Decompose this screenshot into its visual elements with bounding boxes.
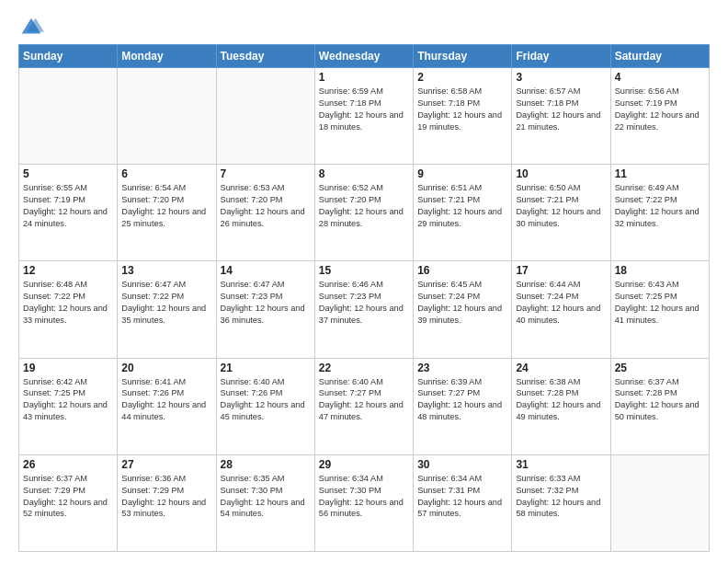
day-number: 28 bbox=[221, 458, 311, 471]
day-number: 1 bbox=[319, 71, 409, 84]
day-cell: 26Sunrise: 6:37 AMSunset: 7:29 PMDayligh… bbox=[19, 454, 118, 551]
header bbox=[18, 15, 710, 40]
day-info: Sunrise: 6:47 AMSunset: 7:23 PMDaylight:… bbox=[221, 279, 311, 327]
day-cell: 19Sunrise: 6:42 AMSunset: 7:25 PMDayligh… bbox=[19, 358, 118, 454]
day-number: 31 bbox=[516, 458, 606, 471]
day-info: Sunrise: 6:37 AMSunset: 7:28 PMDaylight:… bbox=[615, 376, 705, 424]
col-header-friday: Friday bbox=[512, 45, 610, 68]
day-info: Sunrise: 6:55 AMSunset: 7:19 PMDaylight:… bbox=[23, 182, 113, 230]
day-info: Sunrise: 6:51 AMSunset: 7:21 PMDaylight:… bbox=[417, 182, 507, 230]
col-header-monday: Monday bbox=[118, 45, 216, 68]
day-number: 5 bbox=[23, 167, 113, 180]
day-info: Sunrise: 6:54 AMSunset: 7:20 PMDaylight:… bbox=[121, 182, 211, 230]
day-cell: 7Sunrise: 6:53 AMSunset: 7:20 PMDaylight… bbox=[216, 165, 314, 261]
day-info: Sunrise: 6:37 AMSunset: 7:29 PMDaylight:… bbox=[23, 473, 113, 521]
day-info: Sunrise: 6:33 AMSunset: 7:32 PMDaylight:… bbox=[516, 473, 606, 521]
day-number: 7 bbox=[221, 167, 311, 180]
day-cell: 17Sunrise: 6:44 AMSunset: 7:24 PMDayligh… bbox=[512, 261, 610, 358]
day-cell bbox=[216, 68, 314, 165]
week-row-5: 26Sunrise: 6:37 AMSunset: 7:29 PMDayligh… bbox=[19, 454, 710, 551]
day-number: 24 bbox=[516, 362, 606, 374]
day-number: 13 bbox=[121, 264, 211, 277]
day-cell: 25Sunrise: 6:37 AMSunset: 7:28 PMDayligh… bbox=[610, 358, 709, 454]
calendar-table: SundayMondayTuesdayWednesdayThursdayFrid… bbox=[18, 44, 710, 552]
day-cell: 9Sunrise: 6:51 AMSunset: 7:21 PMDaylight… bbox=[414, 165, 512, 261]
day-cell: 24Sunrise: 6:38 AMSunset: 7:28 PMDayligh… bbox=[512, 358, 610, 454]
week-row-3: 12Sunrise: 6:48 AMSunset: 7:22 PMDayligh… bbox=[19, 261, 710, 358]
day-number: 11 bbox=[615, 167, 705, 180]
day-cell: 13Sunrise: 6:47 AMSunset: 7:22 PMDayligh… bbox=[118, 261, 216, 358]
day-cell: 15Sunrise: 6:46 AMSunset: 7:23 PMDayligh… bbox=[314, 261, 413, 358]
day-number: 23 bbox=[417, 362, 507, 374]
day-info: Sunrise: 6:34 AMSunset: 7:30 PMDaylight:… bbox=[319, 473, 409, 521]
day-info: Sunrise: 6:52 AMSunset: 7:20 PMDaylight:… bbox=[319, 182, 409, 230]
day-cell bbox=[610, 454, 709, 551]
day-info: Sunrise: 6:47 AMSunset: 7:22 PMDaylight:… bbox=[121, 279, 211, 327]
day-info: Sunrise: 6:42 AMSunset: 7:25 PMDaylight:… bbox=[23, 376, 113, 424]
day-info: Sunrise: 6:41 AMSunset: 7:26 PMDaylight:… bbox=[121, 376, 211, 424]
day-cell: 2Sunrise: 6:58 AMSunset: 7:18 PMDaylight… bbox=[414, 68, 512, 165]
day-cell: 8Sunrise: 6:52 AMSunset: 7:20 PMDaylight… bbox=[314, 165, 413, 261]
day-cell bbox=[19, 68, 118, 165]
day-cell: 30Sunrise: 6:34 AMSunset: 7:31 PMDayligh… bbox=[414, 454, 512, 551]
day-number: 4 bbox=[615, 71, 705, 84]
week-row-1: 1Sunrise: 6:59 AMSunset: 7:18 PMDaylight… bbox=[19, 68, 710, 165]
day-number: 3 bbox=[516, 71, 606, 84]
day-cell: 20Sunrise: 6:41 AMSunset: 7:26 PMDayligh… bbox=[118, 358, 216, 454]
day-info: Sunrise: 6:57 AMSunset: 7:18 PMDaylight:… bbox=[516, 86, 606, 133]
day-cell: 5Sunrise: 6:55 AMSunset: 7:19 PMDaylight… bbox=[19, 165, 118, 261]
day-number: 12 bbox=[23, 264, 113, 277]
day-cell: 11Sunrise: 6:49 AMSunset: 7:22 PMDayligh… bbox=[610, 165, 709, 261]
day-cell: 27Sunrise: 6:36 AMSunset: 7:29 PMDayligh… bbox=[118, 454, 216, 551]
day-info: Sunrise: 6:44 AMSunset: 7:24 PMDaylight:… bbox=[516, 279, 606, 327]
day-cell: 14Sunrise: 6:47 AMSunset: 7:23 PMDayligh… bbox=[216, 261, 314, 358]
day-cell: 3Sunrise: 6:57 AMSunset: 7:18 PMDaylight… bbox=[512, 68, 610, 165]
col-header-sunday: Sunday bbox=[19, 45, 118, 68]
day-info: Sunrise: 6:56 AMSunset: 7:19 PMDaylight:… bbox=[615, 86, 705, 133]
day-info: Sunrise: 6:53 AMSunset: 7:20 PMDaylight:… bbox=[221, 182, 311, 230]
week-row-2: 5Sunrise: 6:55 AMSunset: 7:19 PMDaylight… bbox=[19, 165, 710, 261]
day-cell bbox=[118, 68, 216, 165]
day-info: Sunrise: 6:59 AMSunset: 7:18 PMDaylight:… bbox=[319, 86, 409, 133]
day-info: Sunrise: 6:34 AMSunset: 7:31 PMDaylight:… bbox=[417, 473, 507, 521]
day-number: 25 bbox=[615, 362, 705, 374]
day-number: 2 bbox=[417, 71, 507, 84]
col-header-saturday: Saturday bbox=[610, 45, 709, 68]
day-number: 22 bbox=[319, 362, 409, 374]
day-number: 27 bbox=[121, 458, 211, 471]
page: SundayMondayTuesdayWednesdayThursdayFrid… bbox=[0, 0, 728, 563]
day-info: Sunrise: 6:46 AMSunset: 7:23 PMDaylight:… bbox=[319, 279, 409, 327]
day-cell: 16Sunrise: 6:45 AMSunset: 7:24 PMDayligh… bbox=[414, 261, 512, 358]
day-number: 26 bbox=[23, 458, 113, 471]
day-number: 16 bbox=[417, 264, 507, 277]
day-number: 6 bbox=[121, 167, 211, 180]
day-number: 29 bbox=[319, 458, 409, 471]
day-number: 21 bbox=[221, 362, 311, 374]
day-info: Sunrise: 6:36 AMSunset: 7:29 PMDaylight:… bbox=[121, 473, 211, 521]
logo bbox=[18, 15, 48, 40]
day-info: Sunrise: 6:38 AMSunset: 7:28 PMDaylight:… bbox=[516, 376, 606, 424]
day-cell: 18Sunrise: 6:43 AMSunset: 7:25 PMDayligh… bbox=[610, 261, 709, 358]
day-cell: 12Sunrise: 6:48 AMSunset: 7:22 PMDayligh… bbox=[19, 261, 118, 358]
day-cell: 28Sunrise: 6:35 AMSunset: 7:30 PMDayligh… bbox=[216, 454, 314, 551]
day-info: Sunrise: 6:43 AMSunset: 7:25 PMDaylight:… bbox=[615, 279, 705, 327]
day-number: 10 bbox=[516, 167, 606, 180]
day-number: 9 bbox=[417, 167, 507, 180]
day-cell: 6Sunrise: 6:54 AMSunset: 7:20 PMDaylight… bbox=[118, 165, 216, 261]
day-cell: 1Sunrise: 6:59 AMSunset: 7:18 PMDaylight… bbox=[314, 68, 413, 165]
day-info: Sunrise: 6:35 AMSunset: 7:30 PMDaylight:… bbox=[221, 473, 311, 521]
day-info: Sunrise: 6:49 AMSunset: 7:22 PMDaylight:… bbox=[615, 182, 705, 230]
day-info: Sunrise: 6:40 AMSunset: 7:26 PMDaylight:… bbox=[221, 376, 311, 424]
day-info: Sunrise: 6:45 AMSunset: 7:24 PMDaylight:… bbox=[417, 279, 507, 327]
day-number: 8 bbox=[319, 167, 409, 180]
day-cell: 23Sunrise: 6:39 AMSunset: 7:27 PMDayligh… bbox=[414, 358, 512, 454]
day-cell: 29Sunrise: 6:34 AMSunset: 7:30 PMDayligh… bbox=[314, 454, 413, 551]
day-number: 14 bbox=[221, 264, 311, 277]
day-number: 30 bbox=[417, 458, 507, 471]
day-info: Sunrise: 6:39 AMSunset: 7:27 PMDaylight:… bbox=[417, 376, 507, 424]
day-info: Sunrise: 6:50 AMSunset: 7:21 PMDaylight:… bbox=[516, 182, 606, 230]
week-row-4: 19Sunrise: 6:42 AMSunset: 7:25 PMDayligh… bbox=[19, 358, 710, 454]
col-header-thursday: Thursday bbox=[414, 45, 512, 68]
day-info: Sunrise: 6:40 AMSunset: 7:27 PMDaylight:… bbox=[319, 376, 409, 424]
day-number: 20 bbox=[121, 362, 211, 374]
